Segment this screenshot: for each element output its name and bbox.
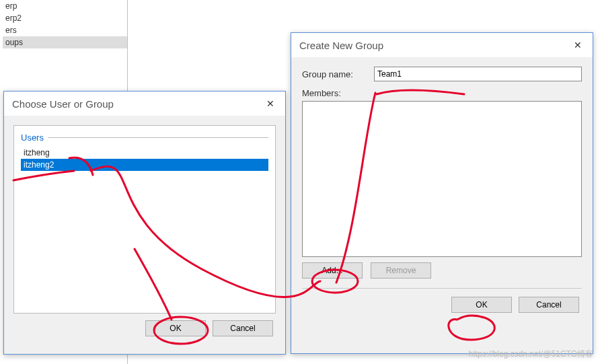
add-button[interactable]: Add... [302,262,363,279]
tree-item[interactable]: ers [3,24,127,36]
cancel-button[interactable]: Cancel [519,297,579,313]
users-group-header: Users [21,133,44,143]
tree-item[interactable]: oups [3,36,127,48]
separator [48,137,268,138]
tree-item[interactable]: erp2 [3,12,127,24]
members-listbox[interactable] [302,101,582,257]
close-icon[interactable]: ✕ [261,94,280,113]
choose-user-or-group-dialog: Choose User or Group ✕ Users itzheng itz… [3,91,286,355]
close-icon[interactable]: ✕ [568,36,587,54]
list-item[interactable]: itzheng2 [21,159,268,171]
tree-item[interactable]: erp [3,0,127,12]
cancel-button[interactable]: Cancel [213,320,273,336]
dialog-titlebar: Create New Group ✕ [291,33,593,57]
user-list[interactable]: itzheng itzheng2 [21,147,268,171]
dialog-title: Create New Group [299,40,383,51]
members-label: Members: [302,88,341,98]
list-item[interactable]: itzheng [21,147,268,159]
separator [302,288,582,289]
create-new-group-dialog: Create New Group ✕ Group name: Members: … [291,32,593,354]
ok-button[interactable]: OK [145,320,206,336]
group-name-input[interactable] [374,67,582,81]
users-panel: Users itzheng itzheng2 [13,125,276,314]
ok-button[interactable]: OK [451,297,512,313]
group-name-label: Group name: [302,69,366,79]
remove-button[interactable]: Remove [371,262,431,279]
dialog-title: Choose User or Group [12,98,114,110]
dialog-titlebar: Choose User or Group ✕ [4,92,285,116]
